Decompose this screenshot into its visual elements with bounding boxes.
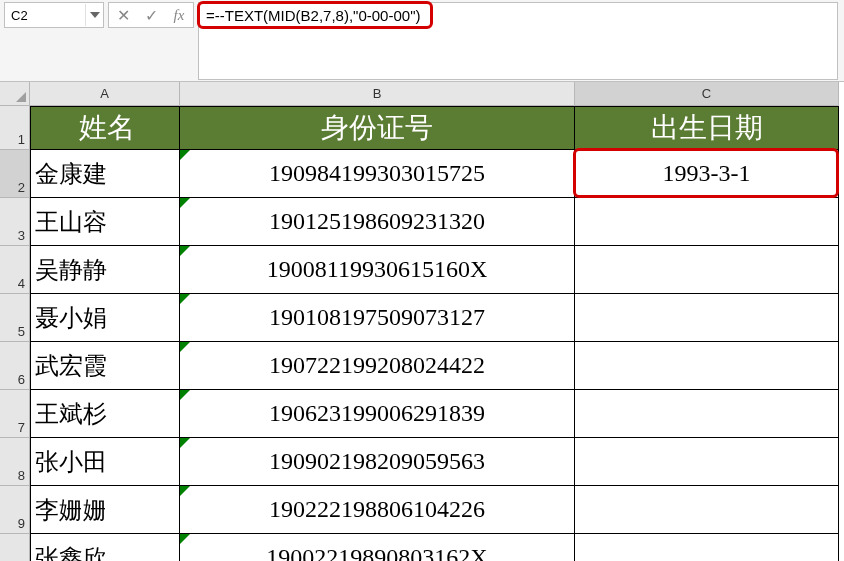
cell-c4[interactable]: [575, 246, 839, 294]
cell-a9[interactable]: 李姗姗: [30, 486, 180, 534]
formula-input-area[interactable]: =--TEXT(MID(B2,7,8),"0-00-00"): [198, 2, 838, 80]
cell-a3[interactable]: 王山容: [30, 198, 180, 246]
row-header-6[interactable]: 6: [0, 342, 30, 390]
row-header-4[interactable]: 4: [0, 246, 30, 294]
cell-a8[interactable]: 张小田: [30, 438, 180, 486]
row-header-1[interactable]: 1: [0, 106, 30, 150]
select-all-corner[interactable]: [0, 82, 30, 106]
cell-c7[interactable]: [575, 390, 839, 438]
header-dob-cell[interactable]: 出生日期: [575, 106, 839, 150]
row-header-2[interactable]: 2: [0, 150, 30, 198]
cell-c10[interactable]: [575, 534, 839, 561]
cell-c9[interactable]: [575, 486, 839, 534]
table-row: 5 聂小娟 190108197509073127: [0, 294, 844, 342]
confirm-formula-button[interactable]: ✓: [137, 3, 165, 27]
cell-b4[interactable]: 19008119930615160X: [180, 246, 575, 294]
cell-a2[interactable]: 金康建: [30, 150, 180, 198]
cell-a7[interactable]: 王斌杉: [30, 390, 180, 438]
cell-b6[interactable]: 190722199208024422: [180, 342, 575, 390]
formula-button-group: ✕ ✓ fx: [108, 2, 194, 28]
insert-function-button[interactable]: fx: [165, 3, 193, 27]
col-header-a[interactable]: A: [30, 82, 180, 106]
header-id-cell[interactable]: 身份证号: [180, 106, 575, 150]
cell-b2[interactable]: 190984199303015725: [180, 150, 575, 198]
cell-a4[interactable]: 吴静静: [30, 246, 180, 294]
table-row: 2 金康建 190984199303015725 1993-3-1: [0, 150, 844, 198]
cell-a6[interactable]: 武宏霞: [30, 342, 180, 390]
name-box[interactable]: [5, 4, 85, 26]
table-row: 3 王山容 190125198609231320: [0, 198, 844, 246]
cell-c8[interactable]: [575, 438, 839, 486]
row-header-9[interactable]: 9: [0, 486, 30, 534]
name-box-wrap: [4, 2, 104, 28]
cell-c5[interactable]: [575, 294, 839, 342]
row-header-8[interactable]: 8: [0, 438, 30, 486]
table-row: 10 张鑫欣 19002219890803162X: [0, 534, 844, 561]
table-row: 4 吴静静 19008119930615160X: [0, 246, 844, 294]
spreadsheet-grid: A B C 1 姓名 身份证号 出生日期 2 金康建 1909841993030…: [0, 82, 844, 561]
svg-marker-0: [90, 12, 100, 18]
formula-bar: ✕ ✓ fx =--TEXT(MID(B2,7,8),"0-00-00"): [0, 0, 844, 82]
cell-c2[interactable]: 1993-3-1: [575, 150, 839, 198]
cell-c6[interactable]: [575, 342, 839, 390]
cell-b7[interactable]: 190623199006291839: [180, 390, 575, 438]
cell-b10[interactable]: 19002219890803162X: [180, 534, 575, 561]
row-header-5[interactable]: 5: [0, 294, 30, 342]
cell-b3[interactable]: 190125198609231320: [180, 198, 575, 246]
cell-b9[interactable]: 190222198806104226: [180, 486, 575, 534]
col-header-b[interactable]: B: [180, 82, 575, 106]
row-header-7[interactable]: 7: [0, 390, 30, 438]
name-box-dropdown[interactable]: [85, 4, 103, 26]
col-header-c[interactable]: C: [575, 82, 839, 106]
cell-c3[interactable]: [575, 198, 839, 246]
row-header-3[interactable]: 3: [0, 198, 30, 246]
table-row: 8 张小田 190902198209059563: [0, 438, 844, 486]
cell-a5[interactable]: 聂小娟: [30, 294, 180, 342]
table-row: 7 王斌杉 190623199006291839: [0, 390, 844, 438]
row-header-10[interactable]: 10: [0, 534, 30, 561]
cell-b8[interactable]: 190902198209059563: [180, 438, 575, 486]
formula-text-highlight: =--TEXT(MID(B2,7,8),"0-00-00"): [197, 1, 433, 29]
cancel-formula-button[interactable]: ✕: [109, 3, 137, 27]
table-row: 6 武宏霞 190722199208024422: [0, 342, 844, 390]
chevron-down-icon: [90, 12, 100, 18]
column-headers: A B C: [30, 82, 844, 106]
table-header-row: 1 姓名 身份证号 出生日期: [0, 106, 844, 150]
cell-a10[interactable]: 张鑫欣: [30, 534, 180, 561]
header-name-cell[interactable]: 姓名: [30, 106, 180, 150]
cell-b5[interactable]: 190108197509073127: [180, 294, 575, 342]
table-row: 9 李姗姗 190222198806104226: [0, 486, 844, 534]
